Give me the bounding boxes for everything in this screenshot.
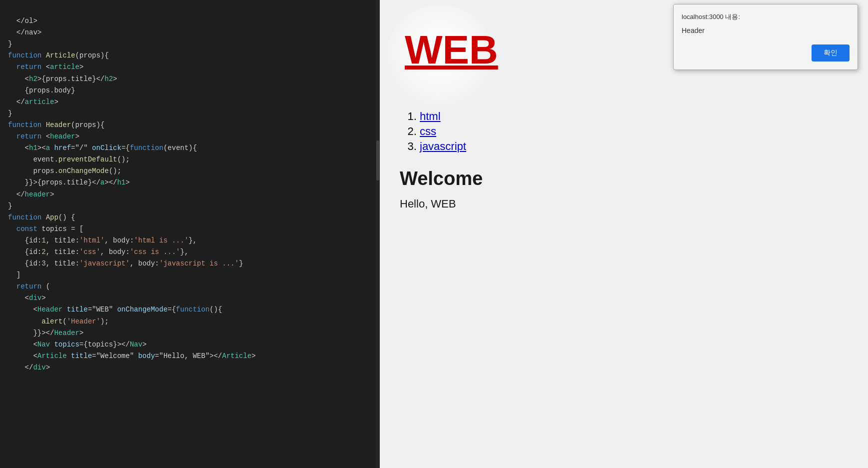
nav-item-css: css: [420, 125, 848, 138]
code-content: </ol> </nav> } function Article(props){ …: [0, 0, 380, 389]
nav-list: html css javascript: [400, 110, 848, 153]
article: Welcome Hello, WEB: [400, 168, 848, 210]
article-title: Welcome: [400, 168, 848, 190]
alert-dialog: localhost:3000 내용: Header 확인: [673, 4, 858, 70]
nav-link-javascript[interactable]: javascript: [420, 140, 466, 152]
nav-item-html: html: [420, 110, 848, 123]
scrollbar-thumb: [376, 140, 379, 180]
nav-item-javascript: javascript: [420, 140, 848, 153]
dialog-footer: 확인: [682, 44, 850, 62]
dialog-message: Header: [682, 26, 850, 34]
scrollbar[interactable]: [376, 0, 380, 468]
confirm-button[interactable]: 확인: [812, 44, 850, 62]
code-editor: </ol> </nav> } function Article(props){ …: [0, 0, 380, 468]
browser-preview: localhost:3000 내용: Header 확인 WEB html cs…: [380, 0, 868, 468]
web-title: WEB: [400, 15, 500, 70]
dialog-url: localhost:3000 내용:: [682, 12, 850, 22]
web-header-area: WEB: [400, 15, 500, 100]
nav-link-css[interactable]: css: [420, 125, 436, 138]
nav-link-html[interactable]: html: [420, 110, 441, 122]
article-body: Hello, WEB: [400, 198, 848, 210]
